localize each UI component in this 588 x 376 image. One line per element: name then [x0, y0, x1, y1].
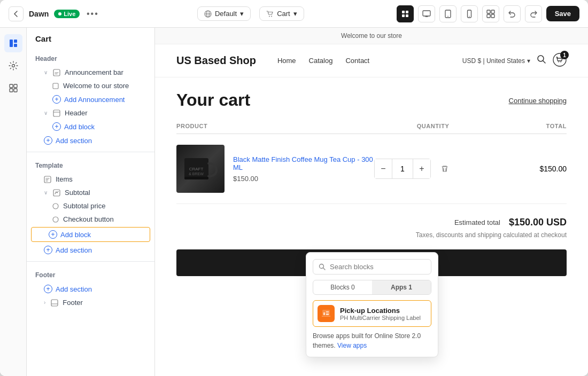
sidebar-header-section: Header: [27, 50, 154, 66]
topbar: Dawn Live ••• Default ▾: [0, 0, 588, 28]
sidebar-item-announcement-bar[interactable]: ∨ Announcement bar: [27, 66, 154, 79]
sidebar-with-icons: Cart Header ∨ Announcement bar: [0, 28, 154, 376]
sidebar-item-subtotal-price[interactable]: Subtotal price: [27, 199, 154, 213]
sidebar-template-section: Template: [27, 156, 154, 173]
items-icon: [44, 176, 51, 183]
tablet-button[interactable]: [439, 5, 457, 22]
sidebar-icon-apps[interactable]: [4, 79, 22, 97]
svg-rect-32: [51, 300, 58, 306]
checkout-btn-icon: [52, 216, 59, 223]
chevron-right-icon: ›: [44, 300, 45, 306]
cart-dropdown[interactable]: Cart ▾: [259, 6, 304, 21]
estimated-total-value: $150.00 USD: [509, 217, 567, 228]
col-total-header: TOTAL: [492, 123, 567, 129]
add-announcement-button[interactable]: + Add Announcement: [27, 92, 154, 106]
search-icon[interactable]: [537, 54, 546, 67]
redo-button[interactable]: [525, 5, 542, 22]
mobile-button[interactable]: [461, 5, 478, 22]
back-button[interactable]: [9, 6, 24, 21]
view-apps-link[interactable]: View apps: [337, 342, 367, 349]
live-badge: Live: [54, 10, 80, 18]
customizer-icon-button[interactable]: [397, 5, 414, 22]
add-section-header-button[interactable]: + Add section: [27, 134, 154, 147]
search-blocks-input[interactable]: [330, 263, 425, 271]
svg-rect-8: [423, 11, 430, 16]
popup-description: Browse apps built for Online Store 2.0 t…: [313, 331, 431, 350]
currency-selector[interactable]: USD $ | United States ▾: [462, 57, 530, 65]
chevron-down-icon: ▾: [240, 10, 244, 18]
delete-item-button[interactable]: [437, 161, 452, 176]
col-quantity-header: QUANTITY: [374, 123, 492, 129]
cart-header: Your cart Continue shopping: [176, 90, 567, 110]
store-logo: US Based Shop: [176, 54, 256, 67]
sidebar-item-items[interactable]: Items: [27, 173, 154, 186]
footer-icon: [51, 299, 58, 307]
sidebar-icon-sections[interactable]: [4, 34, 22, 52]
product-image: CRAFT & BREW: [176, 145, 225, 193]
save-button[interactable]: Save: [546, 6, 579, 21]
add-circle-icon: +: [52, 122, 61, 131]
topbar-right: Save: [397, 5, 579, 22]
sidebar-footer-section: Footer: [27, 266, 154, 282]
grid-button[interactable]: [482, 5, 499, 22]
desktop-button[interactable]: [418, 5, 435, 22]
cart-quantity-col: − 1 +: [374, 159, 492, 179]
cart-icon[interactable]: 1: [553, 53, 567, 68]
globe-icon: [204, 10, 212, 18]
svg-point-33: [538, 56, 544, 61]
tab-blocks[interactable]: Blocks 0: [313, 280, 372, 294]
quantity-decrease-button[interactable]: −: [375, 159, 392, 178]
chevron-down-icon: ∨: [44, 190, 48, 195]
sidebar-item-welcome[interactable]: Welcome to our store: [27, 79, 154, 92]
popup-item-pickup-locations[interactable]: Pick-up Locations PH MultiCarrier Shippi…: [313, 300, 431, 327]
store-announcement: Welcome to our store: [155, 28, 588, 44]
subtotal-icon: [53, 189, 60, 197]
undo-button[interactable]: [504, 5, 521, 22]
sidebar-icons: [0, 28, 27, 376]
svg-rect-14: [491, 10, 494, 13]
header-icon: [53, 109, 60, 117]
topbar-left: Dawn Live •••: [9, 6, 105, 21]
chevron-down-icon: ∨: [44, 69, 48, 75]
add-block-header-button[interactable]: + Add block: [27, 120, 154, 134]
sidebar-item-footer[interactable]: › Footer: [27, 296, 154, 309]
more-button[interactable]: •••: [85, 6, 100, 21]
nav-link-catalog[interactable]: Catalog: [309, 57, 333, 65]
svg-rect-18: [14, 40, 17, 43]
chevron-down-icon: ▾: [527, 57, 530, 65]
sidebar-item-header[interactable]: ∨ Header: [27, 106, 154, 120]
quantity-control: − 1 +: [374, 159, 431, 179]
divider: [27, 152, 154, 152]
svg-rect-7: [406, 14, 408, 17]
sidebar-item-subtotal[interactable]: ∨ Subtotal: [27, 186, 154, 199]
svg-rect-27: [53, 110, 60, 116]
svg-rect-6: [402, 14, 405, 17]
default-dropdown[interactable]: Default ▾: [197, 6, 251, 21]
app-window: Dawn Live ••• Default ▾: [0, 0, 588, 376]
text-icon: [52, 83, 59, 89]
add-section-footer-button[interactable]: + Add section: [27, 282, 154, 296]
product-price: $150.00: [233, 175, 374, 183]
cart-product: CRAFT & BREW Black Matte Finish Coffee M…: [176, 145, 374, 193]
svg-point-3: [271, 15, 272, 17]
svg-point-30: [53, 203, 58, 209]
nav-link-contact[interactable]: Contact: [345, 57, 369, 65]
cart-count: 1: [560, 51, 569, 59]
add-section-template-button[interactable]: + Add section: [27, 243, 154, 257]
add-block-highlighted-button[interactable]: + Add block: [31, 227, 150, 242]
topbar-center: Default ▾ Cart ▾: [111, 6, 390, 21]
chevron-down-icon: ▾: [293, 10, 297, 18]
svg-rect-5: [406, 11, 408, 13]
svg-text:CRAFT: CRAFT: [189, 167, 204, 171]
sidebar-icon-settings[interactable]: [4, 57, 22, 75]
nav-link-home[interactable]: Home: [277, 57, 296, 65]
add-circle-icon: +: [52, 95, 61, 104]
pickup-app-icon: [318, 305, 335, 322]
continue-shopping-link[interactable]: Continue shopping: [509, 97, 567, 105]
quantity-increase-button[interactable]: +: [413, 159, 430, 178]
sidebar-item-checkout-button[interactable]: Checkout button: [27, 213, 154, 226]
tab-apps[interactable]: Apps 1: [372, 280, 431, 294]
tax-note: Taxes, discounts and shipping calculated…: [176, 231, 567, 239]
product-name[interactable]: Black Matte Finish Coffee Mug Tea Cup - …: [233, 155, 374, 171]
svg-rect-4: [402, 11, 405, 13]
